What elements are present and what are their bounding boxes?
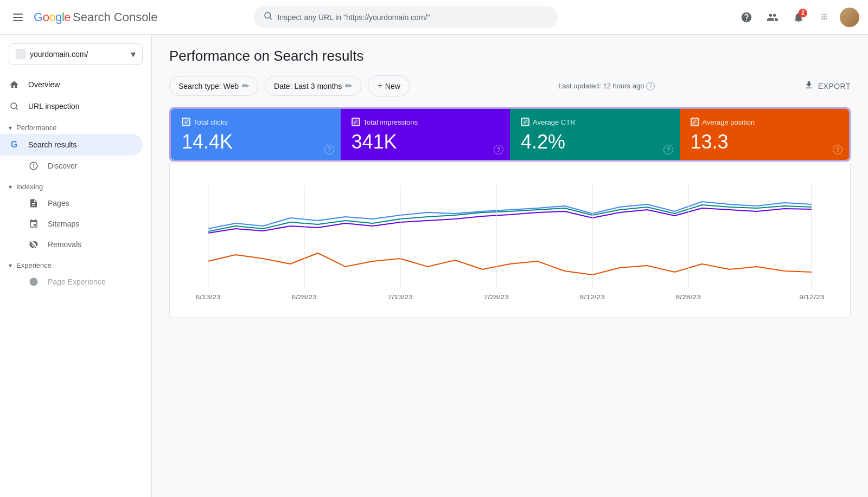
metric-name: Total clicks bbox=[194, 118, 228, 126]
metric-help-icon[interactable]: ? bbox=[494, 145, 503, 154]
overview-label: Overview bbox=[28, 80, 60, 89]
help-button[interactable] bbox=[736, 7, 757, 28]
chevron-icon: ▾ bbox=[9, 124, 12, 132]
sidebar-item-sitemaps[interactable]: Sitemaps bbox=[0, 214, 143, 234]
sidebar-item-removals[interactable]: Removals bbox=[0, 234, 143, 255]
metric-value: 14.4K bbox=[182, 131, 330, 153]
svg-text:8/28/23: 8/28/23 bbox=[676, 294, 701, 300]
chart-container: 6/13/23 6/28/23 7/13/23 7/28/23 8/12/23 … bbox=[169, 164, 851, 318]
toolbar: Search type: Web ✏ Date: Last 3 months ✏… bbox=[169, 75, 851, 96]
new-label: New bbox=[385, 82, 400, 91]
pages-icon bbox=[28, 198, 39, 209]
metric-checkbox[interactable]: ✓ bbox=[352, 118, 360, 126]
apps-button[interactable] bbox=[814, 7, 835, 28]
metric-label: ✓ Average CTR bbox=[521, 118, 669, 126]
discover-icon bbox=[28, 160, 39, 171]
svg-text:6/13/23: 6/13/23 bbox=[195, 294, 220, 300]
metric-help-icon[interactable]: ? bbox=[663, 145, 673, 154]
svg-text:7/28/23: 7/28/23 bbox=[484, 294, 509, 300]
svg-point-4 bbox=[30, 278, 38, 286]
removals-label: Removals bbox=[48, 240, 81, 249]
indexing-section-header[interactable]: ▾ Indexing bbox=[0, 176, 151, 193]
metric-checkbox[interactable]: ✓ bbox=[691, 118, 699, 126]
page-experience-label: Page Experience bbox=[48, 277, 106, 286]
metric-total-clicks[interactable]: ✓ Total clicks 14.4K ? bbox=[171, 109, 341, 160]
svg-text:8/12/23: 8/12/23 bbox=[580, 294, 605, 300]
domain-icon bbox=[16, 49, 25, 59]
metric-average-position[interactable]: ✓ Average position 13.3 ? bbox=[680, 109, 850, 160]
last-updated: Last updated: 12 hours ago ? bbox=[558, 82, 655, 91]
content-area: Performance on Search results Search typ… bbox=[169, 48, 851, 318]
metric-checkbox[interactable]: ✓ bbox=[182, 118, 190, 126]
metric-total-impressions[interactable]: ✓ Total impressions 341K ? bbox=[341, 109, 510, 160]
chevron-icon: ▾ bbox=[9, 183, 12, 191]
date-filter[interactable]: Date: Last 3 months ✏ bbox=[265, 76, 361, 96]
url-search-bar[interactable]: Inspect any URL in "https://yourdomain.c… bbox=[254, 6, 558, 28]
svg-text:7/13/23: 7/13/23 bbox=[388, 294, 413, 300]
plus-icon: + bbox=[377, 80, 383, 92]
sidebar-item-search-results[interactable]: G Search results bbox=[0, 134, 143, 156]
avatar[interactable] bbox=[840, 8, 859, 27]
performance-chart: 6/13/23 6/28/23 7/13/23 7/28/23 8/12/23 … bbox=[181, 175, 839, 305]
export-area: EXPORT bbox=[804, 80, 851, 92]
svg-line-3 bbox=[16, 108, 17, 109]
page-experience-icon bbox=[28, 276, 39, 287]
google-g-icon: G bbox=[9, 139, 20, 150]
chevron-down-icon: ▾ bbox=[131, 48, 136, 60]
sidebar-item-page-experience[interactable]: Page Experience bbox=[0, 272, 143, 292]
discover-label: Discover bbox=[48, 162, 77, 170]
performance-section-header[interactable]: ▾ Performance bbox=[0, 117, 151, 134]
checkmark-icon: ✓ bbox=[184, 119, 189, 126]
removals-icon bbox=[28, 239, 39, 250]
sidebar-item-discover[interactable]: Discover bbox=[0, 156, 143, 176]
topbar-actions: 2 bbox=[736, 7, 859, 28]
topbar: Google Search Console Inspect any URL in… bbox=[0, 0, 868, 35]
experience-section-label: Experience bbox=[16, 261, 52, 269]
svg-text:9/12/23: 9/12/23 bbox=[799, 294, 824, 300]
svg-text:6/28/23: 6/28/23 bbox=[291, 294, 316, 300]
hamburger-button[interactable] bbox=[9, 9, 27, 25]
date-label: Date: Last 3 months bbox=[274, 82, 342, 91]
metric-name: Average CTR bbox=[533, 118, 576, 126]
svg-point-0 bbox=[265, 12, 271, 18]
metric-average-ctr[interactable]: ✓ Average CTR 4.2% ? bbox=[510, 109, 680, 160]
svg-point-2 bbox=[11, 103, 17, 109]
metrics-container: ✓ Total clicks 14.4K ? ✓ Total impressio… bbox=[169, 107, 851, 162]
search-type-label: Search type: Web bbox=[178, 82, 239, 91]
sidebar-item-overview[interactable]: Overview bbox=[0, 74, 143, 95]
domain-selector[interactable]: yourdomain.com/ ▾ bbox=[9, 43, 143, 65]
accounts-button[interactable] bbox=[762, 7, 783, 28]
metric-help-icon[interactable]: ? bbox=[324, 145, 334, 154]
chevron-icon: ▾ bbox=[9, 262, 12, 269]
search-results-label: Search results bbox=[28, 140, 76, 149]
notification-badge: 2 bbox=[799, 9, 807, 17]
page-title: Performance on Search results bbox=[169, 48, 851, 64]
logo: Google Search Console bbox=[34, 10, 158, 24]
last-updated-text: Last updated: 12 hours ago bbox=[558, 82, 644, 90]
metric-label: ✓ Average position bbox=[691, 118, 839, 126]
home-icon bbox=[9, 79, 20, 90]
checkmark-icon: ✓ bbox=[353, 119, 358, 126]
new-filter-button[interactable]: + New bbox=[368, 75, 410, 96]
sitemaps-icon bbox=[28, 218, 39, 229]
metric-value: 13.3 bbox=[691, 131, 839, 153]
metric-checkbox[interactable]: ✓ bbox=[521, 118, 529, 126]
search-placeholder: Inspect any URL in "https://yourdomain.c… bbox=[277, 13, 430, 22]
layout: yourdomain.com/ ▾ Overview URL inspectio… bbox=[0, 35, 868, 497]
sitemaps-label: Sitemaps bbox=[48, 220, 79, 228]
notifications-button[interactable]: 2 bbox=[788, 7, 809, 28]
export-button[interactable]: EXPORT bbox=[818, 82, 851, 91]
sidebar-item-url-inspection[interactable]: URL inspection bbox=[0, 95, 143, 117]
sidebar-item-pages[interactable]: Pages bbox=[0, 193, 143, 214]
help-icon: ? bbox=[646, 82, 655, 91]
metric-value: 4.2% bbox=[521, 131, 669, 153]
metric-help-icon[interactable]: ? bbox=[833, 145, 843, 154]
checkmark-icon: ✓ bbox=[692, 119, 697, 126]
main-content: Performance on Search results Search typ… bbox=[152, 35, 868, 497]
experience-section-header[interactable]: ▾ Experience bbox=[0, 255, 151, 272]
metric-name: Total impressions bbox=[363, 118, 418, 126]
search-type-filter[interactable]: Search type: Web ✏ bbox=[169, 76, 258, 96]
metric-label: ✓ Total impressions bbox=[352, 118, 500, 126]
logo-text: Google bbox=[34, 10, 71, 24]
edit-icon: ✏ bbox=[242, 81, 249, 91]
